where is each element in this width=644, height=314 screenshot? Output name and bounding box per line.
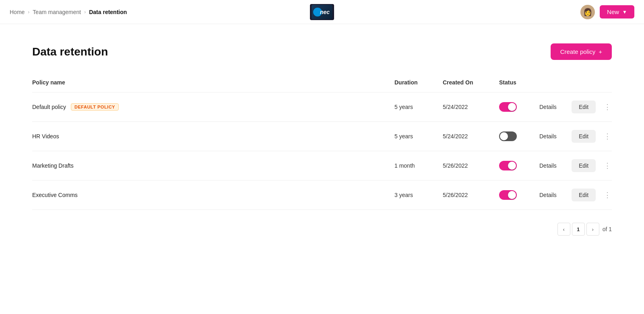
status-cell[interactable] xyxy=(499,190,539,200)
col-created-on: Created On xyxy=(443,79,499,86)
breadcrumb: Home › Team management › Data retention xyxy=(10,9,127,15)
logo-text: nec xyxy=(314,9,330,15)
new-button[interactable]: New ▼ xyxy=(600,5,634,18)
col-duration: Duration xyxy=(394,79,443,86)
policy-name-cell: Default policy DEFAULT POLICY xyxy=(32,103,394,111)
status-cell[interactable] xyxy=(499,161,539,170)
status-cell[interactable] xyxy=(499,131,539,141)
toggle-thumb xyxy=(500,132,508,140)
edit-cell: Edit xyxy=(572,159,604,172)
duration-cell: 5 years xyxy=(394,133,443,140)
status-toggle[interactable] xyxy=(499,190,517,200)
row-more-cell: ⋮ xyxy=(604,132,612,141)
row-more-cell: ⋮ xyxy=(604,161,612,170)
details-link[interactable]: Details xyxy=(539,104,557,110)
table-row: Marketing Drafts 1 month 5/26/2022 Detai… xyxy=(32,151,612,180)
edit-button[interactable]: Edit xyxy=(572,189,596,201)
status-toggle[interactable] xyxy=(499,131,517,141)
policy-name-text: HR Videos xyxy=(32,133,59,140)
page-header: Data retention Create policy + xyxy=(32,43,612,60)
edit-cell: Edit xyxy=(572,130,604,143)
details-cell: Details xyxy=(539,162,572,169)
table-row: HR Videos 5 years 5/24/2022 Details Edit… xyxy=(32,121,612,151)
details-cell: Details xyxy=(539,103,572,111)
breadcrumb-home[interactable]: Home xyxy=(10,9,25,15)
duration-cell: 5 years xyxy=(394,104,443,110)
status-toggle[interactable] xyxy=(499,161,517,170)
edit-cell: Edit xyxy=(572,101,604,113)
default-badge: DEFAULT POLICY xyxy=(71,103,119,111)
policies-table: Policy name Duration Created On Status D… xyxy=(32,79,612,210)
details-cell: Details xyxy=(539,133,572,140)
details-link[interactable]: Details xyxy=(539,192,557,198)
table-row: Executive Comms 3 years 5/26/2022 Detail… xyxy=(32,180,612,210)
pagination: ‹ 1 › of 1 xyxy=(32,223,612,236)
policy-name-cell: Marketing Drafts xyxy=(32,162,394,169)
header: Home › Team management › Data retention … xyxy=(0,0,644,24)
col-edit xyxy=(572,79,604,86)
duration-cell: 3 years xyxy=(394,192,443,198)
more-options-icon[interactable]: ⋮ xyxy=(604,103,611,111)
col-actions xyxy=(604,79,612,86)
breadcrumb-sep-2: › xyxy=(84,9,86,15)
edit-button[interactable]: Edit xyxy=(572,130,596,143)
table-header: Policy name Duration Created On Status xyxy=(32,79,612,92)
edit-cell: Edit xyxy=(572,189,604,201)
breadcrumb-current: Data retention xyxy=(89,9,127,15)
details-link[interactable]: Details xyxy=(539,133,557,140)
col-details xyxy=(539,79,572,86)
col-status: Status xyxy=(499,79,539,86)
main-content: Data retention Create policy + Policy na… xyxy=(0,24,644,255)
policy-name-cell: Executive Comms xyxy=(32,192,394,198)
create-policy-label: Create policy xyxy=(560,48,596,55)
status-cell[interactable] xyxy=(499,102,539,112)
header-right: 👩 New ▼ xyxy=(580,5,634,19)
row-more-cell: ⋮ xyxy=(604,103,612,111)
app-logo[interactable]: nec xyxy=(310,4,334,20)
pagination-of: of 1 xyxy=(603,226,612,232)
pagination-current-page: 1 xyxy=(572,223,585,236)
created-on-cell: 5/24/2022 xyxy=(443,133,499,140)
new-button-label: New xyxy=(607,8,619,15)
create-policy-button[interactable]: Create policy + xyxy=(551,43,612,60)
avatar[interactable]: 👩 xyxy=(580,5,595,19)
policy-name-text: Executive Comms xyxy=(32,192,78,198)
plus-icon: + xyxy=(599,48,602,55)
more-options-icon[interactable]: ⋮ xyxy=(604,162,611,170)
policy-name-text: Default policy xyxy=(32,104,66,110)
policy-name-text: Marketing Drafts xyxy=(32,162,74,169)
avatar-emoji: 👩 xyxy=(583,8,592,16)
chevron-down-icon: ▼ xyxy=(622,9,627,15)
table-row: Default policy DEFAULT POLICY 5 years 5/… xyxy=(32,92,612,121)
created-on-cell: 5/26/2022 xyxy=(443,162,499,169)
pagination-next[interactable]: › xyxy=(586,223,599,236)
pagination-prev[interactable]: ‹ xyxy=(557,223,570,236)
row-more-cell: ⋮ xyxy=(604,191,612,199)
page-title: Data retention xyxy=(32,45,108,58)
col-policy-name: Policy name xyxy=(32,79,394,86)
policy-name-cell: HR Videos xyxy=(32,133,394,140)
table-body: Default policy DEFAULT POLICY 5 years 5/… xyxy=(32,92,612,210)
breadcrumb-team-management[interactable]: Team management xyxy=(33,9,81,15)
more-options-icon[interactable]: ⋮ xyxy=(604,191,611,199)
status-toggle[interactable] xyxy=(499,102,517,112)
more-options-icon[interactable]: ⋮ xyxy=(604,132,611,140)
details-cell: Details xyxy=(539,191,572,199)
edit-button[interactable]: Edit xyxy=(572,159,596,172)
edit-button[interactable]: Edit xyxy=(572,101,596,113)
breadcrumb-sep-1: › xyxy=(28,9,29,15)
toggle-thumb xyxy=(508,162,516,170)
toggle-thumb xyxy=(508,191,516,199)
toggle-thumb xyxy=(508,103,516,111)
created-on-cell: 5/26/2022 xyxy=(443,192,499,198)
created-on-cell: 5/24/2022 xyxy=(443,104,499,110)
details-link[interactable]: Details xyxy=(539,162,557,169)
duration-cell: 1 month xyxy=(394,162,443,169)
